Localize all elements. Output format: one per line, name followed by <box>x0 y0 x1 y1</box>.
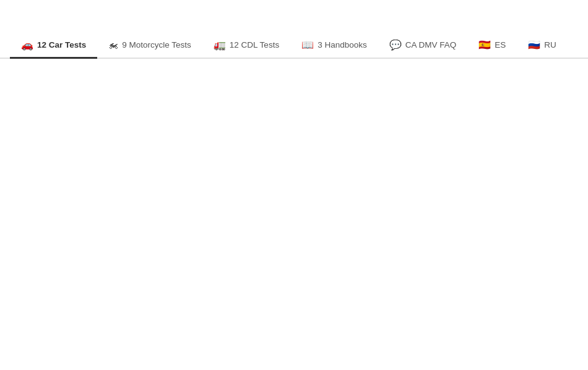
tab-3-handbooks[interactable]: 📖3 Handbooks <box>290 33 378 59</box>
tab-label: 12 Car Tests <box>37 40 86 49</box>
tab-ca-dmv-faq[interactable]: 💬CA DMV FAQ <box>378 33 468 59</box>
tab-12-car-tests[interactable]: 🚗12 Car Tests <box>10 33 97 59</box>
tab-label: 9 Motorcycle Tests <box>122 40 191 49</box>
tab-icon: 🏍 <box>108 40 118 51</box>
header-description <box>0 0 588 33</box>
tab-9-motorcycle-tests[interactable]: 🏍9 Motorcycle Tests <box>97 33 202 59</box>
tab-ru[interactable]: 🇷🇺RU <box>517 33 568 59</box>
tab-icon: 🇪🇸 <box>478 39 491 51</box>
tab-label: 12 CDL Tests <box>230 40 279 49</box>
tab-label: CA DMV FAQ <box>405 40 457 49</box>
tab-es[interactable]: 🇪🇸ES <box>467 33 517 59</box>
tab-12-cdl-tests[interactable]: 🚛12 CDL Tests <box>202 33 290 59</box>
tab-icon: 🇷🇺 <box>528 39 540 51</box>
tab-label: 3 Handbooks <box>318 40 367 49</box>
tab-icon: 📖 <box>301 39 314 51</box>
tab-icon: 🚛 <box>214 39 226 51</box>
tab-navigation: 🚗12 Car Tests🏍9 Motorcycle Tests🚛12 CDL … <box>0 33 588 59</box>
tab-icon: 💬 <box>389 39 402 51</box>
tab-label: ES <box>495 40 506 49</box>
tab-icon: 🚗 <box>21 39 33 51</box>
tab-label: RU <box>544 40 556 49</box>
